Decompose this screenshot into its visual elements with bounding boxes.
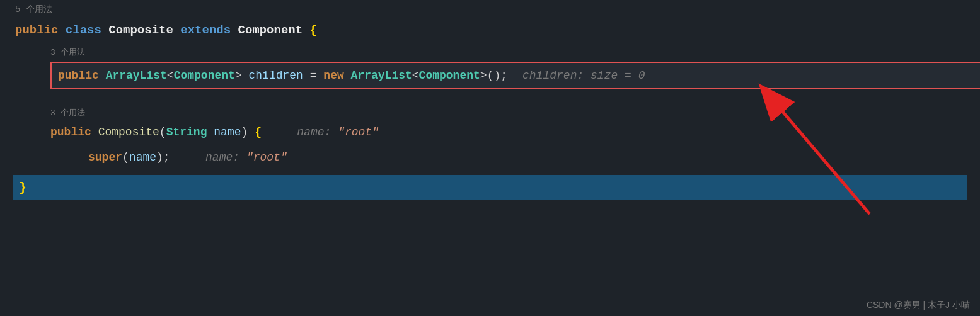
ctor-param-name: name <box>214 126 241 138</box>
closing-brace-line: } <box>13 175 967 200</box>
ctor-method-name: Composite <box>98 126 159 138</box>
hl-gt2: > <box>480 69 487 82</box>
code-editor: 5 个用法 public class Composite extends Com… <box>0 0 980 316</box>
closing-brace: } <box>19 181 26 195</box>
block2-usage-hint: 3 个用法 <box>13 107 980 118</box>
hl-arraylist-type2: ArrayList <box>351 69 412 82</box>
hl-keyword-public: public <box>58 69 99 82</box>
highlighted-code-block: public ArrayList<Component> children = n… <box>50 62 980 89</box>
hl-equals: = <box>310 69 317 82</box>
super-param: name <box>129 151 156 164</box>
ctor-kw-public: public <box>50 126 91 138</box>
hl-component-type2: Component <box>419 69 480 82</box>
footer-watermark: CSDN @赛男 | 木子J 小喵 <box>867 300 970 311</box>
keyword-extends: extends <box>180 23 231 37</box>
ctor-string-type: String <box>166 126 207 138</box>
super-inline-hint: name: "root" <box>185 151 287 164</box>
open-brace: { <box>310 23 317 37</box>
super-paren-close: ); <box>156 151 170 164</box>
hl-var-children: children <box>249 69 303 82</box>
hl-arraylist-type: ArrayList <box>106 69 167 82</box>
super-line: super(name); name: "root" <box>13 145 980 170</box>
hl-lt2: < <box>412 69 419 82</box>
ctor-open-paren: ( <box>159 126 166 138</box>
ctor-open-brace: { <box>255 126 262 138</box>
hl-keyword-new: new <box>323 69 343 82</box>
class-declaration-line: public class Composite extends Component… <box>13 18 980 43</box>
block1-usage-hint: 3 个用法 <box>13 47 980 58</box>
parent-class-name: Component <box>238 23 303 37</box>
hl-parens: (); <box>487 69 507 82</box>
keyword-public: public <box>15 23 58 37</box>
super-paren-open: ( <box>122 151 129 164</box>
keyword-class: class <box>66 23 101 37</box>
top-usage-hint: 5 个用法 <box>13 0 980 18</box>
hl-lt: < <box>167 69 174 82</box>
ctor-inline-hint: name: "root" <box>277 126 379 138</box>
class-name: Composite <box>108 23 173 37</box>
ctor-close-paren: ) <box>241 126 248 138</box>
super-keyword: super <box>88 151 122 164</box>
constructor-line: public Composite(String name) { name: "r… <box>13 120 980 145</box>
hl-inline-hint: children: size = 0 <box>522 69 645 82</box>
hl-component-type: Component <box>174 69 235 82</box>
hl-gt: > <box>235 69 242 82</box>
